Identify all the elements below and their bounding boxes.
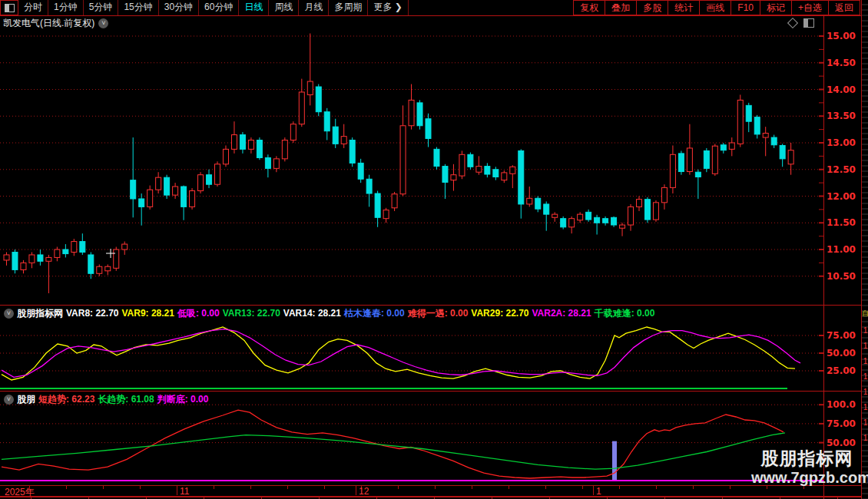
strip-digit: 1: [862, 418, 868, 427]
price-axis-label: 11.50: [827, 217, 857, 228]
time-tick: [324, 486, 325, 489]
indicator-line-短趋势: [2, 410, 784, 478]
menu-item-period-0[interactable]: 分时: [18, 0, 48, 15]
time-tick: [472, 486, 472, 489]
price-axis-label: 12.00: [827, 191, 857, 202]
menu-item-action-2[interactable]: 多股: [637, 0, 668, 15]
time-tick: [29, 486, 30, 489]
price-axis-label: 10.50: [827, 271, 857, 282]
month-tick: [356, 486, 356, 495]
mid-header-item-9: 千载难逢: 0.00: [595, 307, 655, 320]
title-row: 凯发电气(日线.前复权) ˅: [0, 16, 860, 30]
price-axis-label: 14.00: [827, 84, 857, 95]
time-tick: [140, 486, 141, 489]
menu-item-period-5[interactable]: 60分钟: [199, 0, 239, 15]
month-label: 1: [596, 486, 601, 497]
indicator2-axis-label: 100.0: [827, 399, 857, 410]
indicator1-axis-label: 75.00: [827, 330, 857, 341]
mid-header-item-2: 低吸: 0.00: [177, 307, 220, 320]
menu-item-period-7[interactable]: 周线: [269, 0, 299, 15]
indicator2-header: ˅ 股朋 短趋势: 62.23长趋势: 61.08判断底: 0.00: [0, 392, 208, 406]
indicator1-name: 股朋指标网: [17, 307, 63, 320]
bot-header-item-2: 判断底: 0.00: [157, 393, 209, 406]
month-label: 12: [359, 486, 369, 497]
window-layout-icon[interactable]: [0, 0, 18, 15]
price-axis-label: 12.50: [827, 164, 857, 175]
time-tick: [582, 486, 583, 489]
menu-item-action-0[interactable]: 复权: [573, 0, 605, 15]
menu-item-action-6[interactable]: 标记: [760, 0, 792, 15]
signal-bar: [612, 441, 617, 481]
action-menu: 复权叠加多股统计画线F10标记+自选返回: [573, 0, 860, 15]
time-tick: [619, 486, 620, 489]
strip-digit: 1: [862, 403, 868, 411]
watermark-line2: www.7gpzb.com: [751, 468, 863, 487]
chevron-down-icon[interactable]: ˅: [4, 395, 14, 405]
menu-item-period-9[interactable]: 多周期: [329, 0, 368, 15]
mid-header-item-6: 难得一遇: 0.00: [408, 307, 469, 320]
toolbar: 分时1分钟5分钟15分钟30分钟60分钟日线周线月线多周期更多 ❯ 复权叠加多股…: [0, 0, 868, 16]
mid-header-item-3: VAR13: 22.70: [223, 308, 280, 319]
indicator1-axis-label: 25.00: [827, 365, 857, 376]
time-tick: [656, 486, 657, 489]
main-candlestick-chart[interactable]: [0, 31, 824, 306]
menu-item-period-4[interactable]: 30分钟: [159, 0, 199, 15]
menu-item-period-8[interactable]: 月线: [299, 0, 329, 15]
bot-header-item-1: 长趋势: 61.08: [98, 393, 154, 406]
chevron-down-icon[interactable]: ˅: [98, 18, 108, 28]
time-tick: [103, 486, 104, 489]
menu-item-period-6[interactable]: 日线: [239, 0, 269, 15]
strip-digit: 1: [862, 342, 868, 350]
strip-digit: 1: [862, 326, 868, 335]
time-axis: 2025年11121: [0, 486, 823, 496]
title-icons: [789, 18, 814, 28]
menu-item-action-7[interactable]: +自选: [792, 0, 829, 15]
mid-header-item-7: VAR29: 22.70: [471, 308, 528, 319]
menu-item-action-4[interactable]: 画线: [700, 0, 731, 15]
time-tick: [398, 486, 399, 489]
bot-header-item-0: 短趋势: 62.23: [38, 393, 94, 406]
menu-item-action-1[interactable]: 叠加: [605, 0, 637, 15]
indicator2-name: 股朋: [17, 393, 35, 406]
strip-digit: 1: [862, 388, 868, 396]
time-tick: [250, 486, 251, 489]
menu-item-action-3[interactable]: 统计: [668, 0, 700, 15]
layout-icon[interactable]: [803, 18, 814, 28]
indicator-line-长趋势: [2, 433, 785, 469]
strip-digit: 1: [862, 372, 868, 381]
time-tick: [730, 486, 731, 489]
menu-item-period-3[interactable]: 15分钟: [118, 0, 158, 15]
mid-header-item-0: VAR8: 22.70: [66, 308, 118, 319]
time-tick: [509, 486, 509, 489]
watermark: 股朋指标网 www.7gpzb.com: [751, 448, 863, 487]
time-tick: [287, 486, 288, 489]
app-window: 分时1分钟5分钟15分钟30分钟60分钟日线周线月线多周期更多 ❯ 复权叠加多股…: [0, 0, 868, 499]
price-axis-label: 11.00: [827, 244, 857, 255]
month-tick: [593, 486, 594, 495]
indicator2-axis-label: 50.00: [827, 438, 857, 448]
diamond-icon[interactable]: [787, 18, 798, 28]
strip-digit: 1: [862, 434, 868, 442]
menu-item-period-10[interactable]: 更多 ❯: [368, 0, 408, 15]
price-axis-label: 15.00: [827, 31, 857, 41]
month-label: 11: [180, 486, 189, 497]
menu-item-period-1[interactable]: 1分钟: [48, 0, 84, 15]
menu-item-action-5[interactable]: F10: [731, 0, 760, 15]
time-tick: [66, 486, 67, 489]
strip-char: 自: [862, 309, 868, 319]
chevron-down-icon[interactable]: ˅: [4, 309, 14, 319]
price-axis-label: 14.50: [827, 58, 857, 68]
time-tick: [693, 486, 694, 489]
strip-digit: 1: [862, 357, 868, 365]
price-axis-label: 13.00: [827, 137, 857, 148]
time-tick: [435, 486, 436, 489]
indicator2-axis-label: 75.00: [827, 418, 857, 429]
time-tick: [545, 486, 546, 489]
mid-header-item-5: 枯木逢春: 0.00: [344, 307, 405, 320]
time-tick: [214, 486, 214, 489]
right-edge-strip[interactable]: 自11111111: [861, 0, 868, 499]
menu-item-period-2[interactable]: 5分钟: [84, 0, 119, 15]
period-menu: 分时1分钟5分钟15分钟30分钟60分钟日线周线月线多周期更多 ❯: [18, 0, 409, 15]
mid-header-item-4: VAR14: 28.21: [283, 308, 341, 319]
menu-item-action-8[interactable]: 返回: [829, 0, 860, 15]
